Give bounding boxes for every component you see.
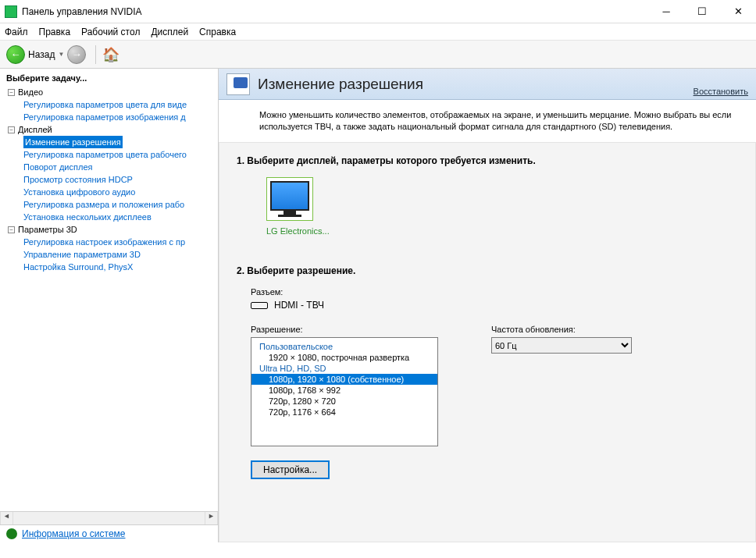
info-icon <box>6 528 17 539</box>
hdmi-icon <box>251 302 268 309</box>
step1-label: 1. Выберите дисплей, параметры которого … <box>237 155 738 166</box>
menu-display[interactable]: Дисплей <box>151 27 188 37</box>
toolbar-separator <box>95 45 96 64</box>
collapse-icon[interactable]: − <box>8 226 15 233</box>
close-button[interactable]: ✕ <box>720 0 756 23</box>
resolution-category: Ultra HD, HD, SD <box>251 363 437 374</box>
maximize-button[interactable]: ☐ <box>684 0 720 23</box>
resolution-option[interactable]: 1080p, 1920 × 1080 (собственное) <box>251 374 437 385</box>
tree-group[interactable]: −Видео <box>3 86 218 98</box>
collapse-icon[interactable]: − <box>8 89 15 96</box>
main-content: Изменение разрешения Восстановить Можно … <box>219 69 756 542</box>
connector-label: Разъем: <box>251 287 738 297</box>
customize-button[interactable]: Настройка... <box>251 460 330 479</box>
resolution-option[interactable]: 720p, 1280 × 720 <box>251 396 437 407</box>
header-icon <box>226 73 250 95</box>
menu-edit[interactable]: Правка <box>39 27 71 37</box>
restore-link[interactable]: Восстановить <box>694 87 748 96</box>
resolution-listbox[interactable]: Пользовательское1920 × 1080, построчная … <box>251 337 438 446</box>
monitor-screen-icon <box>270 181 309 211</box>
tree-item[interactable]: Регулировка размера и положения рабо <box>3 198 218 211</box>
sidebar-header: Выберите задачу... <box>0 69 218 86</box>
tree-item[interactable]: Поворот дисплея <box>3 161 218 173</box>
tree-group[interactable]: −Параметры 3D <box>3 223 218 236</box>
monitor-base-icon <box>278 215 301 217</box>
back-label: Назад <box>28 49 55 60</box>
menu-desktop[interactable]: Рабочий стол <box>81 27 140 37</box>
resolution-category: Пользовательское <box>251 341 437 352</box>
resolution-option[interactable]: 720p, 1176 × 664 <box>251 407 437 418</box>
scroll-track[interactable] <box>13 512 205 524</box>
menu-help[interactable]: Справка <box>199 27 236 37</box>
step2-label: 2. Выберите разрешение. <box>237 265 738 276</box>
resolution-label: Разрешение: <box>251 325 438 334</box>
scroll-left-icon[interactable]: ◄ <box>0 512 13 524</box>
system-info-link[interactable]: Информация о системе <box>22 528 125 539</box>
menu-file[interactable]: Файл <box>5 27 28 37</box>
nav-forward[interactable]: → <box>67 45 86 64</box>
tree-item[interactable]: Регулировка параметров изображения д <box>3 111 218 123</box>
back-icon: ← <box>6 45 25 64</box>
page-description: Можно уменьшить количество элементов, от… <box>219 100 756 140</box>
connector-value: HDMI - ТВЧ <box>274 300 324 311</box>
page-title: Изменение разрешения <box>258 76 694 93</box>
refresh-label: Частота обновления: <box>491 325 632 334</box>
tree-item[interactable]: Регулировка настроек изображения с пр <box>3 236 218 248</box>
display-thumbnail[interactable] <box>266 177 313 221</box>
tree-item[interactable]: Установка нескольких дисплеев <box>3 211 218 223</box>
tree-item[interactable]: Установка цифрового аудио <box>3 186 218 198</box>
resolution-option[interactable]: 1920 × 1080, построчная развертка <box>251 352 437 363</box>
page-header: Изменение разрешения Восстановить <box>219 69 756 100</box>
tree-item-selected[interactable]: Изменение разрешения <box>23 136 123 148</box>
window-title: Панель управления NVIDIA <box>22 6 648 17</box>
tree-group[interactable]: −Дисплей <box>3 123 218 136</box>
titlebar: Панель управления NVIDIA ─ ☐ ✕ <box>0 0 756 23</box>
display-label: LG Electronics... <box>266 226 738 236</box>
task-tree: −ВидеоРегулировка параметров цвета для в… <box>0 86 218 511</box>
tree-item[interactable]: Настройка Surround, PhysX <box>3 261 218 273</box>
toolbar: ← Назад ▼ → 🏠 <box>0 41 756 69</box>
settings-panel: 1. Выберите дисплей, параметры которого … <box>219 142 756 542</box>
resolution-option[interactable]: 1080p, 1768 × 992 <box>251 385 437 396</box>
sidebar-hscroll[interactable]: ◄ ► <box>0 511 218 524</box>
system-info-bar: Информация о системе <box>0 524 218 542</box>
nav-back[interactable]: ← Назад ▼ <box>6 45 64 64</box>
home-icon[interactable]: 🏠 <box>102 46 119 63</box>
sidebar: Выберите задачу... −ВидеоРегулировка пар… <box>0 69 219 542</box>
connector-row: HDMI - ТВЧ <box>251 300 738 311</box>
tree-item[interactable]: Просмотр состояния HDCP <box>3 173 218 186</box>
refresh-rate-select[interactable]: 60 Гц <box>491 337 632 354</box>
tree-item[interactable]: Регулировка параметров цвета для виде <box>3 98 218 111</box>
back-dropdown-icon[interactable]: ▼ <box>58 51 64 58</box>
app-icon <box>5 5 17 18</box>
tree-item[interactable]: Управление параметрами 3D <box>3 248 218 261</box>
collapse-icon[interactable]: − <box>8 126 15 133</box>
minimize-button[interactable]: ─ <box>648 0 684 23</box>
tree-item[interactable]: Регулировка параметров цвета рабочего <box>3 148 218 161</box>
forward-icon: → <box>67 45 86 64</box>
scroll-right-icon[interactable]: ► <box>205 512 218 524</box>
menubar: Файл Правка Рабочий стол Дисплей Справка <box>0 23 756 41</box>
